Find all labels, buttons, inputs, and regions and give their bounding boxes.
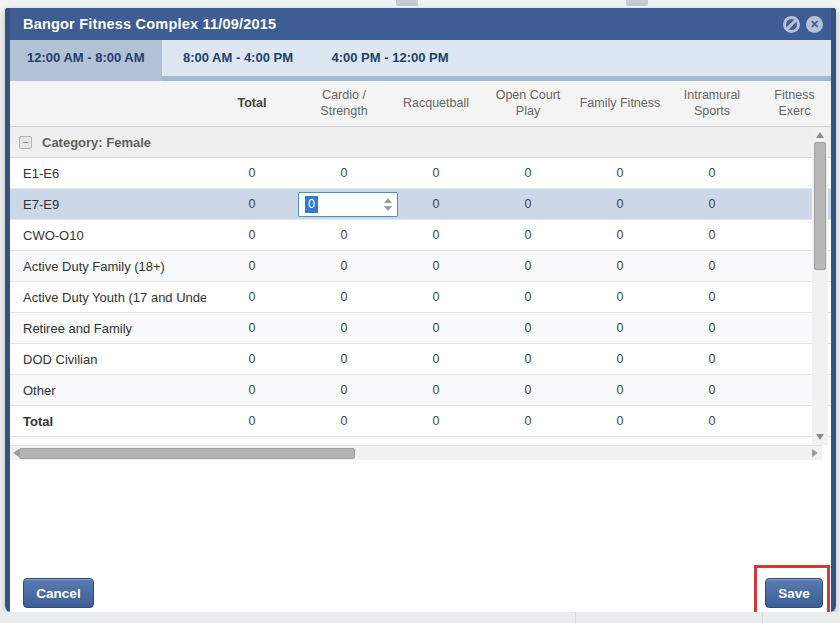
cell-value[interactable]: 0	[206, 321, 298, 335]
cell-value[interactable]: 0	[482, 321, 574, 335]
table-row[interactable]: Other 0 0 0 0 0 0	[10, 375, 831, 406]
cell-value[interactable]: 0	[666, 197, 758, 211]
cell-value[interactable]: 0	[206, 228, 298, 242]
background-fragment	[626, 0, 648, 6]
cell-value[interactable]: 0	[298, 228, 390, 242]
category-group-label: Category: Female	[42, 135, 151, 150]
close-icon[interactable]: ✕	[806, 16, 823, 33]
cell-value[interactable]: 0	[666, 290, 758, 304]
horizontal-scrollbar[interactable]	[10, 445, 822, 460]
cancel-button[interactable]: Cancel	[23, 578, 94, 608]
background-page-top	[0, 0, 840, 8]
cell-value[interactable]: 0	[666, 352, 758, 366]
row-label: E1-E6	[10, 166, 206, 181]
cardio-strength-number-input[interactable]: 0	[298, 192, 398, 217]
save-highlight-annotation: Save	[754, 565, 830, 615]
scroll-up-icon[interactable]	[816, 132, 824, 138]
cell-value[interactable]: 0	[574, 321, 666, 335]
spinner-down-icon[interactable]	[384, 206, 392, 211]
cell-value[interactable]: 0	[206, 383, 298, 397]
table-row[interactable]: DOD Civilian 0 0 0 0 0 0	[10, 344, 831, 375]
cell-value[interactable]: 0	[666, 383, 758, 397]
horizontal-scrollbar-thumb[interactable]	[19, 448, 355, 459]
cell-value: 0	[574, 414, 666, 428]
table-row[interactable]: Retiree and Family 0 0 0 0 0 0	[10, 313, 831, 344]
cell-value[interactable]: 0	[574, 259, 666, 273]
disable-circle-icon[interactable]	[783, 16, 800, 33]
table-row[interactable]: E1-E6 0 0 0 0 0 0	[10, 158, 831, 189]
cell-value[interactable]: 0	[482, 259, 574, 273]
spinner-up-icon[interactable]	[384, 198, 392, 203]
cell-value[interactable]: 0	[298, 352, 390, 366]
collapse-minus-icon[interactable]: −	[19, 136, 32, 149]
cell-value[interactable]: 0	[298, 290, 390, 304]
row-label: E7-E9	[10, 197, 206, 212]
row-label: Total	[10, 414, 206, 429]
cell-value[interactable]: 0	[482, 197, 574, 211]
cell-value[interactable]: 0	[574, 383, 666, 397]
cell-value[interactable]: 0	[666, 166, 758, 180]
cell-value[interactable]: 0	[206, 290, 298, 304]
row-label: Other	[10, 383, 206, 398]
table-row-selected[interactable]: E7-E9 0 0 0 0 0 0	[10, 189, 831, 220]
number-spinner[interactable]	[384, 193, 392, 216]
cell-value[interactable]: 0	[298, 166, 390, 180]
tab-8am-4pm[interactable]: 8:00 AM - 4:00 PM	[166, 40, 310, 76]
counts-table: Total Cardio / Strength Racquetball Open…	[10, 81, 831, 445]
cell-value[interactable]: 0	[298, 383, 390, 397]
cell-value[interactable]: 0	[206, 352, 298, 366]
table-row[interactable]: Active Duty Youth (17 and Under) 0 0 0 0…	[10, 282, 831, 313]
cell-value: 0	[206, 414, 298, 428]
row-label: Active Duty Youth (17 and Under)	[10, 290, 206, 305]
cell-value[interactable]: 0	[574, 290, 666, 304]
table-row[interactable]: CWO-O10 0 0 0 0 0 0	[10, 220, 831, 251]
background-gridline	[575, 612, 576, 623]
cell-value[interactable]: 0	[390, 197, 482, 211]
cell-value[interactable]: 0	[574, 228, 666, 242]
column-header-racquetball: Racquetball	[403, 96, 469, 112]
vertical-scrollbar[interactable]	[812, 127, 828, 445]
cell-value[interactable]: 0	[482, 228, 574, 242]
cell-value[interactable]: 0	[390, 290, 482, 304]
cell-value[interactable]: 0	[482, 290, 574, 304]
table-header: Total Cardio / Strength Racquetball Open…	[10, 81, 831, 127]
cell-value[interactable]: 0	[390, 228, 482, 242]
table-row[interactable]: Active Duty Family (18+) 0 0 0 0 0 0	[10, 251, 831, 282]
modal-footer: No Data Reason End Date Cancel Save	[10, 460, 831, 612]
cell-value[interactable]: 0	[298, 259, 390, 273]
input-selected-text: 0	[305, 196, 318, 213]
scroll-down-icon[interactable]	[816, 434, 824, 440]
scroll-right-icon[interactable]	[812, 449, 818, 457]
cell-value[interactable]: 0	[390, 259, 482, 273]
cell-value[interactable]: 0	[666, 228, 758, 242]
cell-value[interactable]: 0	[482, 352, 574, 366]
cell-value[interactable]: 0	[666, 259, 758, 273]
cell-value[interactable]: 0	[574, 166, 666, 180]
cell-value[interactable]: 0	[206, 197, 298, 211]
category-group-row: − Category: Female	[10, 127, 831, 158]
cell-value[interactable]: 0	[574, 352, 666, 366]
column-header-fitness-exerc: Fitness Exerc	[758, 88, 831, 119]
cell-value[interactable]: 0	[482, 383, 574, 397]
cell-value[interactable]: 0	[206, 259, 298, 273]
table-row-total: Total 0 0 0 0 0 0	[10, 406, 831, 437]
cell-value[interactable]: 0	[390, 352, 482, 366]
screen: Bangor Fitness Complex 11/09/2015 ✕ 12:0…	[0, 0, 840, 623]
save-button[interactable]: Save	[765, 578, 823, 608]
tab-4pm-12pm[interactable]: 4:00 PM - 12:00 PM	[314, 40, 465, 76]
cell-value[interactable]: 0	[206, 166, 298, 180]
cell-value[interactable]: 0	[390, 321, 482, 335]
row-label: CWO-O10	[10, 228, 206, 243]
cell-value[interactable]: 0	[298, 321, 390, 335]
cell-value[interactable]: 0	[666, 321, 758, 335]
cell-value[interactable]: 0	[574, 197, 666, 211]
row-label: Retiree and Family	[10, 321, 206, 336]
cell-editor: 0	[298, 192, 390, 217]
column-header-cardio-strength: Cardio / Strength	[301, 88, 387, 119]
cell-value[interactable]: 0	[390, 383, 482, 397]
tab-12am-8am[interactable]: 12:00 AM - 8:00 AM	[10, 40, 162, 76]
cell-value[interactable]: 0	[482, 166, 574, 180]
vertical-scrollbar-thumb[interactable]	[814, 142, 826, 270]
cell-value[interactable]: 0	[390, 166, 482, 180]
cell-value: 0	[666, 414, 758, 428]
